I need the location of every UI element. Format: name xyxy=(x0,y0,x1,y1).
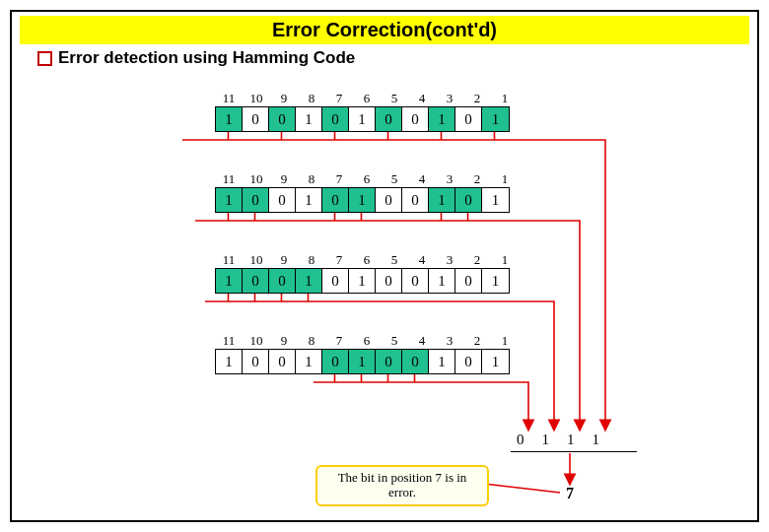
bit-cell: 0 xyxy=(269,350,296,373)
bit-cell: 0 xyxy=(376,188,402,212)
error-position-value: 7 xyxy=(566,485,574,502)
syndrome-bits: 0111 xyxy=(517,432,599,448)
position-label: 7 xyxy=(325,252,353,268)
bit-cell: 1 xyxy=(296,350,322,373)
bit-cells: 10010100101 xyxy=(215,268,510,294)
bit-cells: 10010100101 xyxy=(215,349,510,374)
position-label: 3 xyxy=(436,171,463,187)
position-label: 10 xyxy=(243,171,270,187)
bit-cell: 0 xyxy=(243,107,269,131)
bit-cell: 0 xyxy=(455,188,482,212)
position-label: 9 xyxy=(270,333,298,349)
bit-cell: 1 xyxy=(429,188,455,212)
position-label: 11 xyxy=(215,171,243,187)
position-label: 4 xyxy=(408,333,436,349)
bit-cell: 0 xyxy=(322,188,349,212)
bit-cell: 1 xyxy=(349,269,376,293)
bit-cell: 1 xyxy=(349,350,376,373)
hamming-diagram: 1110987654321 10010100101 1110987654321 … xyxy=(47,81,737,514)
bit-cells: 10010100101 xyxy=(215,106,510,132)
position-label: 5 xyxy=(381,252,408,268)
position-label: 2 xyxy=(463,171,491,187)
position-label: 3 xyxy=(436,252,463,268)
position-label: 11 xyxy=(215,252,243,268)
position-label: 4 xyxy=(408,171,436,187)
position-label: 7 xyxy=(325,333,353,349)
bit-cell: 0 xyxy=(402,350,429,373)
bit-cell: 1 xyxy=(216,107,243,131)
position-label: 7 xyxy=(325,91,353,106)
position-label: 4 xyxy=(408,91,436,106)
position-labels: 1110987654321 xyxy=(215,252,519,268)
position-label: 1 xyxy=(491,333,519,349)
bit-cell: 0 xyxy=(243,269,269,293)
syndrome-bit: 1 xyxy=(593,432,600,448)
position-labels: 1110987654321 xyxy=(215,171,519,187)
code-row-2: 1110987654321 10010100101 xyxy=(215,171,519,213)
bit-cell: 0 xyxy=(455,107,482,131)
syndrome-underline xyxy=(511,451,637,452)
bit-cell: 0 xyxy=(376,107,402,131)
bullet-icon xyxy=(37,51,52,66)
position-label: 5 xyxy=(381,91,408,106)
position-label: 2 xyxy=(463,333,491,349)
position-label: 5 xyxy=(381,171,408,187)
position-label: 8 xyxy=(298,333,325,349)
bit-cell: 0 xyxy=(376,350,402,373)
bit-cell: 1 xyxy=(296,269,322,293)
position-label: 6 xyxy=(353,171,381,187)
connector-lines xyxy=(47,81,737,514)
position-label: 9 xyxy=(270,171,298,187)
bit-cell: 0 xyxy=(269,188,296,212)
bit-cell: 0 xyxy=(402,188,429,212)
position-label: 10 xyxy=(243,252,270,268)
syndrome-bit: 0 xyxy=(517,432,524,448)
position-label: 2 xyxy=(463,252,491,268)
position-label: 1 xyxy=(491,91,519,106)
bullet-line: Error detection using Hamming Code xyxy=(12,46,757,68)
position-label: 2 xyxy=(463,91,491,106)
position-label: 6 xyxy=(353,333,381,349)
bit-cell: 0 xyxy=(243,188,269,212)
bit-cell: 1 xyxy=(216,350,243,373)
position-label: 11 xyxy=(215,91,243,106)
bit-cell: 1 xyxy=(482,269,509,293)
position-label: 4 xyxy=(408,252,436,268)
position-label: 6 xyxy=(353,252,381,268)
bit-cell: 0 xyxy=(455,269,482,293)
bit-cell: 1 xyxy=(349,188,376,212)
bit-cell: 0 xyxy=(269,107,296,131)
position-labels: 1110987654321 xyxy=(215,333,519,349)
syndrome-bit: 1 xyxy=(567,432,575,448)
bit-cell: 1 xyxy=(429,269,455,293)
position-label: 9 xyxy=(270,252,298,268)
bit-cell: 1 xyxy=(349,107,376,131)
position-label: 5 xyxy=(381,333,408,349)
bit-cell: 1 xyxy=(482,107,509,131)
bit-cell: 1 xyxy=(482,188,509,212)
bullet-text: Error detection using Hamming Code xyxy=(58,48,355,67)
position-labels: 1110987654321 xyxy=(215,91,519,106)
bit-cell: 0 xyxy=(322,350,349,373)
bit-cell: 0 xyxy=(322,107,349,131)
bit-cell: 1 xyxy=(296,188,322,212)
bit-cell: 0 xyxy=(402,107,429,131)
bit-cell: 0 xyxy=(243,350,269,373)
position-label: 9 xyxy=(270,91,298,106)
position-label: 8 xyxy=(298,91,325,106)
position-label: 6 xyxy=(353,91,381,106)
bit-cell: 0 xyxy=(322,269,349,293)
bit-cell: 0 xyxy=(269,269,296,293)
position-label: 8 xyxy=(298,252,325,268)
position-label: 10 xyxy=(243,333,270,349)
syndrome-bit: 1 xyxy=(542,432,550,448)
position-label: 3 xyxy=(436,333,463,349)
position-label: 1 xyxy=(491,252,519,268)
code-row-1: 1110987654321 10010100101 xyxy=(215,91,519,132)
position-label: 1 xyxy=(491,171,519,187)
position-label: 10 xyxy=(243,91,270,106)
bit-cell: 1 xyxy=(429,350,455,373)
bit-cell: 1 xyxy=(296,107,322,131)
bit-cell: 0 xyxy=(402,269,429,293)
bit-cell: 0 xyxy=(376,269,402,293)
